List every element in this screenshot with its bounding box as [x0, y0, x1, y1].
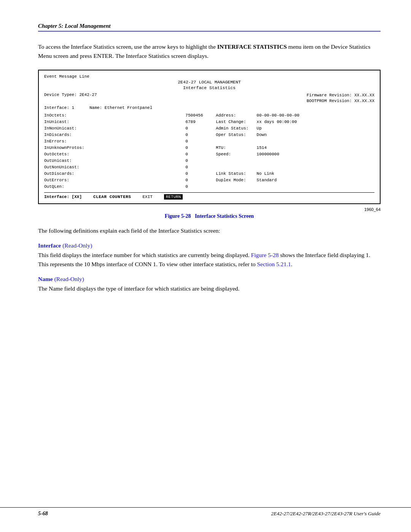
screen-info-row: Device Typee: 2E42-27 Firmware Revision:…: [44, 93, 374, 104]
clear-counters-button[interactable]: CLEAR COUNTERS: [93, 195, 131, 199]
speed-value: 100000000: [256, 151, 287, 158]
speed-label: Speed:: [216, 151, 252, 158]
row-outdiscards: OutDiscards: 0: [44, 171, 216, 177]
screen-divider: [44, 192, 374, 193]
row-empty2: [216, 158, 374, 164]
chapter-label: Chapter 5: Local Management: [38, 23, 110, 29]
figure-link[interactable]: Figure 5-28 Interface Statistics Screen: [165, 213, 254, 219]
row-innonunicast: InNonUnicast: 0: [44, 125, 216, 132]
outdiscards-value: 0: [185, 171, 208, 177]
outoctets-label: OutOctets:: [44, 151, 86, 158]
intro-bold: INTERFACE STATISTICS: [217, 43, 287, 50]
intro-paragraph: To access the Interface Statistics scree…: [38, 42, 381, 61]
intro-text-part1: To access the Interface Statistics scree…: [38, 43, 217, 50]
row-adminstatus: Admin Status: Up: [216, 125, 374, 132]
screen-col-left: InOctets: 7500456 InUnicast: 6789 InNonU…: [44, 112, 216, 190]
exit-button[interactable]: EXIT: [142, 195, 152, 199]
adminstatus-label: Admin Status:: [216, 125, 252, 132]
name-field-desc: The Name field displays the type of inte…: [38, 284, 381, 293]
row-speed: Speed: 100000000: [216, 151, 374, 158]
outqlen-label: OutQLen:: [44, 184, 86, 190]
image-reference: 1960_64: [38, 207, 381, 212]
row-empty3: [216, 164, 374, 171]
inoctets-value: 7500456: [185, 112, 208, 119]
screen-footer: Interface: [XX] CLEAR COUNTERS EXIT RETU…: [44, 194, 374, 200]
name-field-heading: Name (Read-Only): [38, 276, 381, 283]
row-indiscards: InDiscards: 0: [44, 132, 216, 138]
row-inunicast: InUnicast: 6789: [44, 119, 216, 125]
screen-management-title: 2E42-27 LOCAL MANAGEMENT: [44, 80, 374, 85]
page-footer: 5-68 2E42-27/2E42-27R/2E43-27/2E43-27R U…: [0, 507, 411, 517]
row-inoctets: InOctets: 7500456: [44, 112, 216, 119]
screen-mockup: Event Message Line 2E42-27 LOCAL MANAGEM…: [38, 70, 381, 204]
lastchange-label: Last Change:: [216, 119, 252, 125]
following-text: The following definitions explain each f…: [38, 226, 381, 235]
innonunicast-label: InNonUnicast:: [44, 125, 86, 132]
screen-col-right: Address: 00-00-00-00-00-00 Last Change: …: [216, 112, 374, 190]
section-5211-link[interactable]: Section 5.21.1: [257, 261, 291, 267]
interface-label: Interface: 1: [44, 105, 74, 110]
operstatus-value: Down: [256, 132, 287, 138]
inunicast-label: InUnicast:: [44, 119, 86, 125]
operstatus-label: Oper Status:: [216, 132, 252, 138]
screen-subtitle: Interface Statistics: [44, 85, 374, 90]
page-number: 5-68: [38, 511, 48, 517]
interface-field-heading: Interface (Read-Only): [38, 242, 381, 249]
inunicast-value: 6789: [185, 119, 208, 125]
footer-title: 2E42-27/2E42-27R/2E43-27/2E43-27R User's…: [271, 511, 381, 517]
indiscards-value: 0: [185, 132, 208, 138]
outunicast-label: OutUnicast:: [44, 158, 86, 164]
screen-data-area: InOctets: 7500456 InUnicast: 6789 InNonU…: [44, 112, 374, 190]
outerrors-label: OutErrors:: [44, 177, 86, 184]
duplexmode-label: Duplex Mode:: [216, 177, 252, 184]
outoctets-value: 0: [185, 151, 208, 158]
interface-field-name: Interface: [38, 242, 61, 249]
inerrors-label: InErrors:: [44, 138, 86, 145]
screen-interface-row: Interface: 1 Name: Ethernet Frontpanel: [44, 105, 374, 110]
row-inunknownprotos: InUnknownProtos: 0: [44, 145, 216, 151]
name-label: Name: Ethernet Frontpanel: [89, 105, 152, 110]
row-outnonunicast: OutNonUnicast: 0: [44, 164, 216, 171]
inerrors-value: 0: [185, 138, 208, 145]
chapter-header: Chapter 5: Local Management: [38, 23, 381, 32]
linkstatus-label: Link Status:: [216, 171, 252, 177]
name-field-name: Name: [38, 276, 53, 282]
outnonunicast-value: 0: [185, 164, 208, 171]
indiscards-label: InDiscards:: [44, 132, 86, 138]
row-linkstatus: Link Status: No Link: [216, 171, 374, 177]
outunicast-value: 0: [185, 158, 208, 164]
row-operstatus: Oper Status: Down: [216, 132, 374, 138]
figure-caption: Figure 5-28 Interface Statistics Screen: [38, 213, 381, 219]
lastchange-value: xx days 00:00:00: [256, 119, 297, 125]
inoctets-label: InOctets:: [44, 112, 86, 119]
linkstatus-value: No Link: [256, 171, 287, 177]
row-duplexmode: Duplex Mode: Standard: [216, 177, 374, 184]
row-outunicast: OutUnicast: 0: [44, 158, 216, 164]
row-lastchange: Last Change: xx days 00:00:00: [216, 119, 374, 125]
mtu-label: MTU:: [216, 145, 252, 151]
interface-read-only: (Read-Only): [62, 242, 92, 249]
bootprom-label: BOOTPROM Revision:: [307, 99, 352, 103]
screen-device-type: Device Typee: 2E42-27: [44, 93, 97, 104]
mtu-value: 1514: [256, 145, 287, 151]
row-empty1: [216, 138, 374, 145]
inunknownprotos-value: 0: [185, 145, 208, 151]
row-mtu: MTU: 1514: [216, 145, 374, 151]
row-outerrors: OutErrors: 0: [44, 177, 216, 184]
figure-28-link[interactable]: Figure 5-28: [251, 252, 279, 258]
inunknownprotos-label: InUnknownProtos:: [44, 145, 86, 151]
row-outoctets: OutOctets: 0: [44, 151, 216, 158]
row-address: Address: 00-00-00-00-00-00: [216, 112, 374, 119]
row-outqlen: OutQLen: 0: [44, 184, 216, 190]
duplexmode-value: Standard: [256, 177, 287, 184]
adminstatus-value: Up: [256, 125, 287, 132]
innonunicast-value: 0: [185, 125, 208, 132]
address-value: 00-00-00-00-00-00: [256, 112, 299, 119]
outqlen-value: 0: [185, 184, 208, 190]
firmware-value: XX.XX.XX: [354, 93, 374, 97]
return-button[interactable]: RETURN: [164, 194, 183, 200]
interface-button[interactable]: Interface: [XX]: [44, 195, 82, 199]
firmware-label: Firmware Revision:: [307, 93, 352, 97]
event-message-line: Event Message Line: [44, 74, 374, 79]
figure-number: Figure 5-28 Interface Statistics Screen: [165, 213, 254, 219]
